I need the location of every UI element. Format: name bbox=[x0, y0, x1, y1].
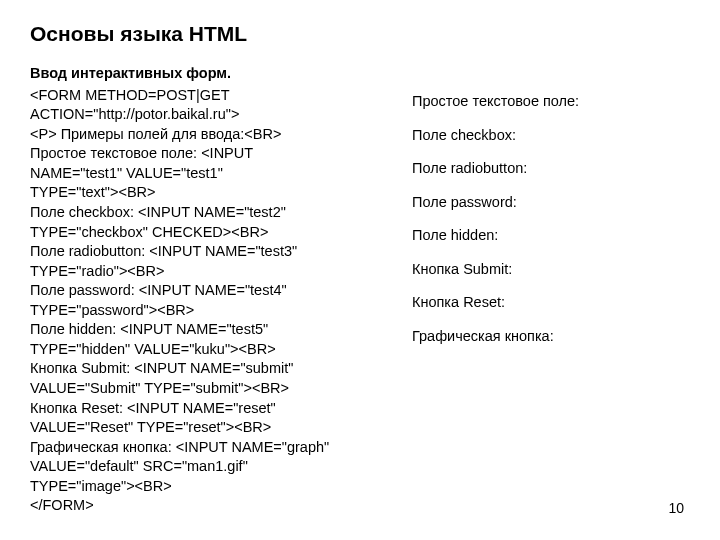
slide: Основы языка HTML Ввод интерактивных фор… bbox=[0, 0, 720, 540]
code-line: VALUE="default" SRC="man1.gif" bbox=[30, 457, 372, 477]
code-line: NAME="test1" VALUE="test1" bbox=[30, 164, 372, 184]
code-line: Поле password: <INPUT NAME="test4" bbox=[30, 281, 372, 301]
output-label: Кнопка Submit: bbox=[412, 260, 682, 280]
code-line: Поле checkbox: <INPUT NAME="test2" bbox=[30, 203, 372, 223]
output-label: Графическая кнопка: bbox=[412, 327, 682, 347]
output-label: Поле password: bbox=[412, 193, 682, 213]
code-line: </FORM> bbox=[30, 496, 372, 516]
code-line: Поле radiobutton: <INPUT NAME="test3" bbox=[30, 242, 372, 262]
code-line: Графическая кнопка: <INPUT NAME="graph" bbox=[30, 438, 372, 458]
page-title: Основы языка HTML bbox=[30, 22, 690, 46]
code-line: <P> Примеры полей для ввода:<BR> bbox=[30, 125, 372, 145]
page-number: 10 bbox=[668, 500, 684, 516]
code-line: TYPE="hidden" VALUE="kuku"><BR> bbox=[30, 340, 372, 360]
code-line: ACTION="http://potor.baikal.ru"> bbox=[30, 105, 372, 125]
columns: Ввод интерактивных форм. <FORM METHOD=PO… bbox=[30, 64, 690, 516]
code-line: Простое текстовое поле: <INPUT bbox=[30, 144, 372, 164]
output-label: Поле checkbox: bbox=[412, 126, 682, 146]
code-line: TYPE="checkbox" CHECKED><BR> bbox=[30, 223, 372, 243]
code-line: Кнопка Reset: <INPUT NAME="reset" bbox=[30, 399, 372, 419]
output-label: Кнопка Reset: bbox=[412, 293, 682, 313]
right-column: Простое текстовое поле: Поле checkbox: П… bbox=[412, 64, 682, 516]
code-line: VALUE="Submit" TYPE="submit"><BR> bbox=[30, 379, 372, 399]
output-label: Поле radiobutton: bbox=[412, 159, 682, 179]
code-line: TYPE="image"><BR> bbox=[30, 477, 372, 497]
code-line: <FORM METHOD=POST|GET bbox=[30, 86, 372, 106]
code-line: Поле hidden: <INPUT NAME="test5" bbox=[30, 320, 372, 340]
code-line: VALUE="Reset" TYPE="reset"><BR> bbox=[30, 418, 372, 438]
code-line: TYPE="radio"><BR> bbox=[30, 262, 372, 282]
left-column: Ввод интерактивных форм. <FORM METHOD=PO… bbox=[30, 64, 372, 516]
code-line: Кнопка Submit: <INPUT NAME="submit" bbox=[30, 359, 372, 379]
output-label: Поле hidden: bbox=[412, 226, 682, 246]
section-subtitle: Ввод интерактивных форм. bbox=[30, 64, 372, 84]
code-line: TYPE="text"><BR> bbox=[30, 183, 372, 203]
code-line: TYPE="password"><BR> bbox=[30, 301, 372, 321]
output-label: Простое текстовое поле: bbox=[412, 92, 682, 112]
